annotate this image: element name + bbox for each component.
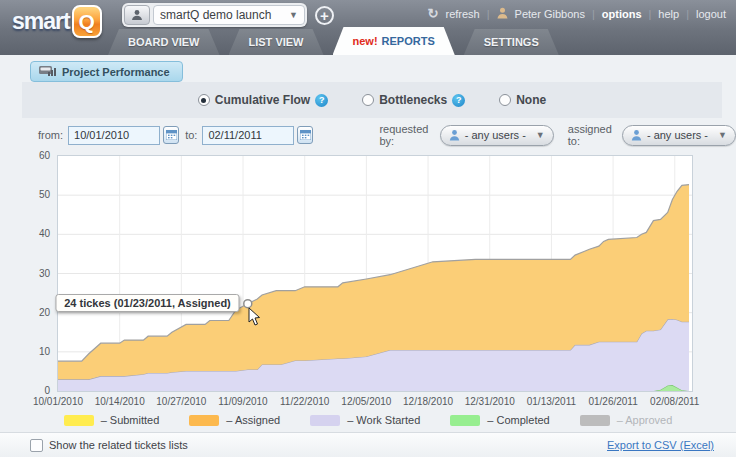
x-axis-label: 01/26/2011 bbox=[588, 396, 637, 407]
tab-label: SETTINGS bbox=[484, 36, 539, 48]
y-axis-label: 30 bbox=[0, 268, 50, 279]
radio-button[interactable] bbox=[362, 94, 374, 106]
project-performance-button[interactable]: Project Performance bbox=[30, 61, 183, 82]
legend-swatch bbox=[64, 415, 94, 426]
user-name-link[interactable]: Peter Gibbons bbox=[515, 8, 585, 20]
to-date-input[interactable] bbox=[202, 126, 294, 145]
to-label: to: bbox=[185, 129, 197, 141]
legend-swatch bbox=[580, 415, 610, 426]
tab-bar: BOARD VIEWLIST VIEWnew!REPORTSSETTINGS bbox=[108, 27, 559, 55]
x-axis-label: 10/14/2010 bbox=[95, 396, 145, 407]
tab-label: REPORTS bbox=[382, 35, 435, 47]
y-axis-label: 10 bbox=[0, 346, 50, 357]
chevron-down-icon: ▼ bbox=[536, 130, 545, 140]
requested-by-value: - any users - bbox=[465, 129, 526, 141]
chart-plot-area[interactable] bbox=[57, 155, 693, 392]
y-axis-label: 50 bbox=[0, 189, 50, 200]
mode-bottlenecks[interactable]: Bottlenecks? bbox=[362, 93, 465, 107]
tab-reports[interactable]: new!REPORTS bbox=[333, 27, 455, 55]
requested-by-label: requested by: bbox=[379, 123, 434, 147]
legend-swatch bbox=[189, 415, 219, 426]
y-axis-label: 60 bbox=[0, 150, 50, 161]
x-axis-label: 11/22/2010 bbox=[280, 396, 329, 407]
to-calendar-icon[interactable] bbox=[297, 126, 313, 144]
divider: | bbox=[686, 8, 689, 20]
project-name: smartQ demo launch bbox=[160, 8, 271, 22]
logout-link[interactable]: logout bbox=[696, 8, 726, 20]
refresh-link[interactable]: refresh bbox=[445, 8, 479, 20]
cumulative-flow-chart: 24 tickes (01/23/2011, Assigned) 0102030… bbox=[0, 153, 736, 413]
radio-button[interactable] bbox=[198, 94, 210, 106]
divider: | bbox=[649, 8, 652, 20]
requested-by-dropdown[interactable]: - any users - ▼ bbox=[440, 125, 554, 146]
project-dropdown[interactable]: smartQ demo launch ▼ bbox=[153, 5, 305, 25]
logo-q-badge: Q bbox=[72, 5, 102, 38]
legend-label: – Submitted bbox=[101, 414, 160, 426]
project-selector[interactable]: smartQ demo launch ▼ bbox=[122, 3, 307, 27]
x-axis-label: 10/27/2010 bbox=[156, 396, 206, 407]
refresh-icon[interactable]: ↻ bbox=[428, 6, 439, 21]
logo-text: smart bbox=[12, 8, 70, 35]
x-axis-label: 01/13/2011 bbox=[527, 396, 576, 407]
tab-settings[interactable]: SETTINGS bbox=[464, 29, 559, 55]
help-link[interactable]: help bbox=[658, 8, 679, 20]
legend-item: – Work Started bbox=[310, 414, 420, 426]
assigned-to-dropdown[interactable]: - any users - ▼ bbox=[622, 125, 736, 146]
mode-label: None bbox=[516, 93, 546, 107]
divider: | bbox=[592, 8, 595, 20]
tab-label: BOARD VIEW bbox=[128, 36, 200, 48]
new-badge: new! bbox=[353, 35, 378, 47]
from-calendar-icon[interactable] bbox=[163, 126, 179, 144]
mode-cumulative-flow[interactable]: Cumulative Flow? bbox=[198, 93, 328, 107]
x-axis-label: 12/31/2010 bbox=[465, 396, 515, 407]
legend-item: – Approved bbox=[580, 414, 673, 426]
legend-item: – Assigned bbox=[189, 414, 280, 426]
related-tickets-checkbox[interactable] bbox=[30, 439, 43, 452]
x-axis-label: 11/09/2010 bbox=[218, 396, 267, 407]
tooltip-text: 24 tickes (01/23/2011, Assigned) bbox=[64, 297, 231, 309]
report-icon bbox=[39, 64, 56, 79]
report-mode-band: Cumulative Flow?Bottlenecks?None bbox=[22, 82, 722, 118]
help-icon[interactable]: ? bbox=[315, 94, 328, 107]
help-icon[interactable]: ? bbox=[452, 94, 465, 107]
footer-bar: Show the related tickets lists Export to… bbox=[0, 432, 736, 457]
project-user-icon[interactable] bbox=[124, 5, 150, 25]
x-axis-label: 12/18/2010 bbox=[403, 396, 453, 407]
from-date-input[interactable] bbox=[68, 126, 160, 145]
app-header: smart Q smartQ demo launch ▼ + ↻ refresh… bbox=[0, 0, 736, 55]
y-axis-label: 0 bbox=[0, 385, 50, 396]
x-axis-label: 02/08/2011 bbox=[650, 396, 699, 407]
export-csv-link[interactable]: Export to CSV (Excel) bbox=[607, 439, 714, 451]
tab-list-view[interactable]: LIST VIEW bbox=[229, 29, 324, 55]
radio-button[interactable] bbox=[499, 94, 511, 106]
legend-swatch bbox=[450, 415, 480, 426]
tab-label: LIST VIEW bbox=[249, 36, 304, 48]
from-label: from: bbox=[38, 129, 63, 141]
legend-label: – Assigned bbox=[226, 414, 280, 426]
user-icon bbox=[497, 7, 508, 21]
legend-item: – Completed bbox=[450, 414, 549, 426]
x-axis-label: 12/05/2010 bbox=[341, 396, 391, 407]
y-axis-label: 40 bbox=[0, 228, 50, 239]
mode-label: Bottlenecks bbox=[379, 93, 447, 107]
chevron-down-icon: ▼ bbox=[289, 10, 298, 20]
tab-board-view[interactable]: BOARD VIEW bbox=[108, 29, 220, 55]
mode-none[interactable]: None bbox=[499, 93, 546, 107]
mode-label: Cumulative Flow bbox=[215, 93, 310, 107]
add-project-button[interactable]: + bbox=[315, 6, 334, 25]
users-icon bbox=[631, 129, 642, 141]
divider: | bbox=[487, 8, 490, 20]
x-axis-label: 10/01/2010 bbox=[33, 396, 83, 407]
related-tickets-label: Show the related tickets lists bbox=[49, 439, 188, 451]
chevron-down-icon: ▼ bbox=[718, 130, 727, 140]
options-link[interactable]: options bbox=[602, 8, 642, 20]
filter-row: from: to: requested by: - any users - ▼ … bbox=[0, 122, 736, 148]
chart-tooltip: 24 tickes (01/23/2011, Assigned) bbox=[55, 294, 240, 312]
project-performance-label: Project Performance bbox=[62, 66, 170, 78]
legend-label: – Approved bbox=[617, 414, 673, 426]
smartq-logo: smart Q bbox=[12, 5, 102, 38]
smartq-app: smart Q smartQ demo launch ▼ + ↻ refresh… bbox=[0, 0, 736, 457]
chart-legend: – Submitted– Assigned– Work Started– Com… bbox=[0, 414, 736, 426]
hover-point-marker bbox=[244, 300, 252, 308]
legend-label: – Completed bbox=[487, 414, 549, 426]
